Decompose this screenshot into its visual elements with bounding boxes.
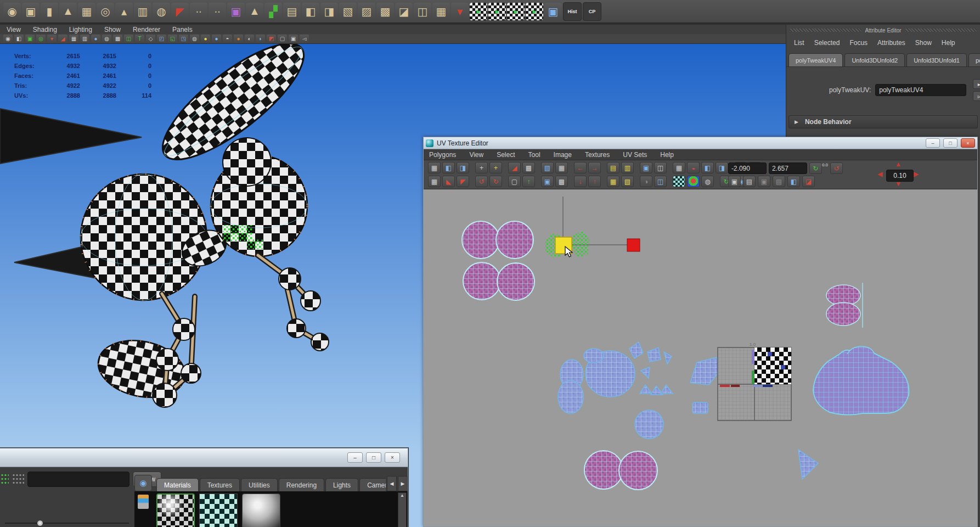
grid-toggle-icon[interactable]: ▦ (673, 162, 685, 173)
uv-lattice-icon[interactable]: ▦ (428, 162, 441, 173)
close-button[interactable]: × (385, 452, 400, 463)
close-button[interactable]: × (961, 138, 975, 148)
nudge-left-button[interactable]: ◀ (877, 170, 882, 178)
uv-editor-menu-item[interactable]: Textures (585, 151, 610, 159)
polytweakuv-name-input[interactable] (875, 84, 966, 96)
tweak-v-icon[interactable]: ◤ (457, 176, 469, 187)
display-image-icon[interactable]: ▣ (640, 162, 652, 173)
pixel-snap-icon[interactable]: ◧ (701, 162, 714, 173)
blue-light-icon[interactable]: ● (212, 35, 221, 43)
rotate-ccw-icon[interactable]: ↺ (475, 176, 488, 187)
attribute-editor-header[interactable]: Attribute Editor (786, 26, 980, 35)
combine-icon[interactable]: ◧ (302, 3, 319, 20)
viewport-menu-item[interactable]: Lighting (69, 26, 92, 33)
gray-sphere-swatch[interactable] (242, 494, 280, 527)
cp-icon[interactable]: CP (583, 2, 601, 21)
yellow-light-icon[interactable]: ● (201, 35, 210, 43)
manipulator-u-handle[interactable] (627, 239, 640, 251)
magenta-uv-shells-group-a[interactable] (462, 221, 534, 300)
uv-editor-menu-item[interactable]: View (469, 151, 483, 159)
uv-editor-menu-item[interactable]: Select (497, 151, 515, 159)
half-shade-icon[interactable]: ◐ (245, 35, 254, 43)
uv-editor-menu-item[interactable]: Help (660, 151, 674, 159)
uv-editor-titlebar[interactable]: UV Texture Editor – □ × (424, 137, 977, 149)
snap-grid-d-icon[interactable]: ▧ (621, 176, 634, 187)
cut-uv-edge-icon[interactable]: ◢ (508, 162, 521, 173)
poly-sphere-icon[interactable]: ◉ (3, 3, 21, 20)
poly-cube-icon[interactable]: ▣ (22, 3, 40, 20)
attribute-editor-menu-item[interactable]: Focus (849, 39, 868, 47)
frame-all-icon[interactable]: ◇ (146, 35, 155, 43)
rotate-cw-icon[interactable]: ↻ (489, 176, 502, 187)
hypershade-titlebar[interactable]: – □ × (0, 448, 408, 467)
camera-lock-icon[interactable]: ◓ (223, 35, 232, 43)
node-behavior-section-header[interactable]: ▶ Node Behavior (788, 115, 978, 128)
alpha-channel-icon[interactable]: ◍ (701, 176, 714, 187)
checker-sphere-swatch[interactable] (156, 494, 195, 527)
safe-action-icon[interactable]: ▩ (113, 35, 122, 43)
bookmark-icon[interactable]: ◧ (14, 35, 24, 43)
hypershade-search-input[interactable] (27, 472, 129, 487)
image-plane-icon[interactable]: ▣ (25, 35, 35, 43)
safe-title-icon[interactable]: ◫ (124, 35, 133, 43)
border-edge-icon[interactable]: ◫ (654, 176, 667, 187)
checker-texture-swatch[interactable] (199, 494, 238, 527)
shaded-uv-icon[interactable]: ◨ (716, 162, 728, 173)
two-d-pan-zoom-icon[interactable]: ◎ (36, 35, 46, 43)
snap-grid-c-icon[interactable]: ▦ (607, 176, 619, 187)
poke-face-icon[interactable]: ▨ (358, 3, 375, 20)
fold-uv-icon[interactable]: ▧ (541, 162, 554, 173)
text-hud-icon[interactable]: T (135, 35, 144, 43)
select-shell-icon[interactable]: ◨ (457, 162, 469, 173)
snap-point-icon[interactable]: ▥ (621, 162, 634, 173)
blue-drop-icon[interactable]: ◗ (256, 35, 265, 43)
slider-handle[interactable] (37, 520, 43, 526)
distribute-uv-icon[interactable]: ▩ (555, 176, 568, 187)
green-node-grid-icon[interactable] (1, 473, 9, 485)
project-curve-icon[interactable]: ◪ (395, 3, 413, 20)
attribute-editor-menu-item[interactable]: Help (942, 39, 955, 47)
snap-grid-a-icon[interactable]: ▤ (607, 162, 619, 173)
tab-scroll-right-button[interactable]: ▶ (398, 476, 408, 491)
poly-platonic-icon[interactable]: ◍ (153, 3, 170, 20)
tweak-u-icon[interactable]: ◣ (442, 176, 455, 187)
poly-pipe-icon[interactable]: ▥ (134, 3, 151, 20)
align-v-min-icon[interactable]: ↓ (574, 176, 587, 187)
list-view-icon[interactable] (138, 495, 149, 509)
quad-draw-icon[interactable]: ◤ (171, 3, 189, 20)
wire-on-shaded-icon[interactable]: ▣ (289, 35, 298, 43)
attribute-editor-tab[interactable]: polyTweakUV4 (788, 53, 843, 66)
pyramid-pair-icon[interactable]: ▲ (246, 3, 263, 20)
paste-u-icon[interactable]: ◧ (787, 176, 800, 187)
textured-icon[interactable]: ◳ (179, 35, 188, 43)
smooth-mesh-icon[interactable]: ▦ (432, 3, 450, 20)
toggle-filter-icon[interactable]: ◫ (654, 162, 667, 173)
flip-v-icon[interactable]: + (489, 162, 502, 173)
gray-node-grid-icon[interactable] (12, 473, 24, 485)
uv-editor-menu-item[interactable]: UV Sets (623, 151, 647, 159)
attribute-editor-tab[interactable]: polyTw (968, 53, 980, 66)
uv-grid-texture-block[interactable]: 1.0 (718, 342, 791, 421)
maximize-button[interactable]: □ (366, 452, 381, 463)
duplicate-face-icon[interactable]: ▤ (283, 3, 301, 20)
isolate-select-icon[interactable]: ◩ (267, 35, 276, 43)
attribute-editor-tab[interactable]: Unfold3DUnfold1 (906, 53, 967, 66)
swatch-size-slider[interactable] (5, 520, 129, 526)
move-uv-shell-icon[interactable]: ◧ (442, 162, 455, 173)
uv-editor-canvas[interactable]: 1.0 (424, 189, 977, 526)
nudge-up-button[interactable]: ▲ (895, 160, 902, 168)
hypershade-tab[interactable]: Materials (156, 478, 199, 491)
resolution-gate-icon[interactable]: ▥ (80, 35, 89, 43)
paste-disabled-icon[interactable]: ▤ (773, 176, 785, 187)
hypershade-tab[interactable]: Rendering (279, 478, 324, 491)
gate-mask-icon[interactable]: ● (91, 35, 100, 43)
poly-torus-icon[interactable]: ◎ (97, 3, 114, 20)
grease-pencil-icon[interactable]: ▾ (47, 35, 57, 43)
hypershade-tab[interactable]: Cameras (359, 478, 386, 491)
maximize-button[interactable]: □ (943, 138, 958, 148)
square-tool-icon[interactable]: ▢ (508, 176, 521, 187)
nudge-down-button[interactable]: ▼ (895, 180, 902, 188)
sphere-pair-icon[interactable]: ∙∙ (190, 3, 207, 20)
checker-map-icon[interactable] (673, 176, 685, 187)
cycle-uv-icon[interactable]: ◪ (802, 176, 815, 187)
